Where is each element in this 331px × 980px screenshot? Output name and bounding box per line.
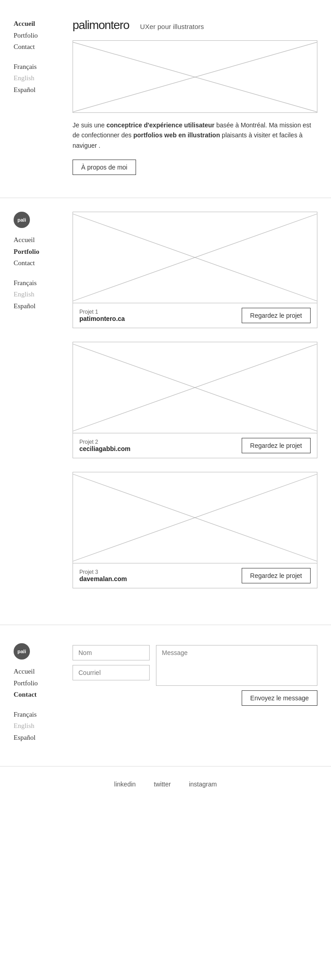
home-sidebar: Accueil Portfolio Contact Français Engli… (14, 18, 73, 175)
home-main: palimontero UXer pour illustrators Je su… (73, 18, 317, 175)
nav-portfolio-portfolio[interactable]: Portfolio (14, 246, 68, 258)
project-1-button[interactable]: Regardez le projet (242, 308, 311, 323)
contact-nav: Accueil Portfolio Contact Français Engli… (14, 666, 68, 743)
name-input[interactable] (73, 645, 150, 660)
project-3-image (73, 472, 317, 563)
nav-francais-home[interactable]: Français (14, 61, 68, 73)
nav-portfolio-contact[interactable]: Portfolio (14, 678, 68, 689)
nav-contact-contact[interactable]: Contact (14, 689, 68, 701)
home-nav: Accueil Portfolio Contact Français Engli… (14, 18, 68, 96)
nav-portfolio-home[interactable]: Portfolio (14, 30, 68, 42)
nav-espanol-contact[interactable]: Español (14, 732, 68, 744)
portfolio-section: pali Accueil Portfolio Contact Français … (0, 198, 331, 625)
message-input[interactable] (156, 645, 317, 686)
project-1-label: Projet 1 (79, 309, 125, 315)
nav-francais-contact[interactable]: Français (14, 709, 68, 721)
footer-twitter[interactable]: twitter (154, 781, 170, 788)
project-3-details: Projet 3 davemalan.com (79, 569, 127, 582)
footer-linkedin[interactable]: linkedin (114, 781, 136, 788)
email-input[interactable] (73, 665, 150, 680)
nav-contact-home[interactable]: Contact (14, 41, 68, 53)
portfolio-sidebar: pali Accueil Portfolio Contact Français … (14, 212, 73, 602)
project-3-name: davemalan.com (79, 575, 127, 582)
site-logo: palimontero (73, 18, 129, 32)
nav-francais-portfolio[interactable]: Français (14, 277, 68, 289)
intro-paragraph: Je suis une conceptrice d'expérience uti… (73, 120, 317, 150)
project-2-button[interactable]: Regardez le projet (242, 438, 311, 453)
hero-image-placeholder (73, 40, 317, 113)
nav-contact-portfolio[interactable]: Contact (14, 257, 68, 269)
contact-form: Envoyez le message (73, 645, 317, 706)
project-1-details: Projet 1 patimontero.ca (79, 309, 125, 322)
project-1-image (73, 212, 317, 303)
nav-espanol-home[interactable]: Español (14, 84, 68, 96)
project-3-label: Projet 3 (79, 569, 127, 575)
project-1-info: Projet 1 patimontero.ca Regardez le proj… (73, 303, 317, 328)
project-3-button[interactable]: Regardez le projet (242, 568, 311, 583)
project-2-details: Projet 2 ceciliagabbi.com (79, 439, 131, 452)
project-card-3: Projet 3 davemalan.com Regardez le proje… (73, 472, 317, 588)
project-2-info: Projet 2 ceciliagabbi.com Regardez le pr… (73, 433, 317, 458)
nav-english-contact[interactable]: English (14, 720, 68, 732)
project-2-label: Projet 2 (79, 439, 131, 445)
site-footer: linkedin twitter instagram (0, 767, 331, 797)
contact-fields-left (73, 645, 150, 706)
project-2-image (73, 342, 317, 433)
project-card-2: Projet 2 ceciliagabbi.com Regardez le pr… (73, 342, 317, 458)
portfolio-nav: Accueil Portfolio Contact Français Engli… (14, 234, 68, 312)
site-header: palimontero UXer pour illustrators (73, 18, 317, 32)
portfolio-main: Projet 1 patimontero.ca Regardez le proj… (73, 212, 317, 602)
nav-espanol-portfolio[interactable]: Español (14, 301, 68, 312)
portfolio-logo: pali (14, 212, 30, 228)
nav-english-portfolio[interactable]: English (14, 289, 68, 301)
contact-fields-right: Envoyez le message (156, 645, 317, 706)
project-3-info: Projet 3 davemalan.com Regardez le proje… (73, 563, 317, 588)
logo-text: pali (18, 217, 26, 223)
contact-logo-text: pali (18, 649, 26, 654)
contact-sidebar: pali Accueil Portfolio Contact Français … (14, 643, 73, 743)
site-tagline: UXer pour illustrators (140, 23, 204, 30)
about-me-button[interactable]: À propos de moi (73, 160, 136, 175)
nav-accueil-home[interactable]: Accueil (14, 18, 68, 30)
project-2-name: ceciliagabbi.com (79, 445, 131, 452)
contact-section: pali Accueil Portfolio Contact Français … (0, 625, 331, 767)
nav-accueil-portfolio[interactable]: Accueil (14, 234, 68, 246)
footer-instagram[interactable]: instagram (189, 781, 217, 788)
project-card-1: Projet 1 patimontero.ca Regardez le proj… (73, 212, 317, 328)
intro-bold-1: conceptrice d'expérience utilisateur (107, 121, 214, 129)
project-1-name: patimontero.ca (79, 315, 125, 322)
contact-logo: pali (14, 643, 30, 660)
intro-bold-2: portfolios web en illustration (133, 131, 220, 139)
contact-main: Envoyez le message (73, 643, 317, 743)
submit-button[interactable]: Envoyez le message (242, 690, 317, 706)
nav-english-home[interactable]: English (14, 73, 68, 84)
nav-accueil-contact[interactable]: Accueil (14, 666, 68, 678)
home-section: Accueil Portfolio Contact Français Engli… (0, 0, 331, 198)
